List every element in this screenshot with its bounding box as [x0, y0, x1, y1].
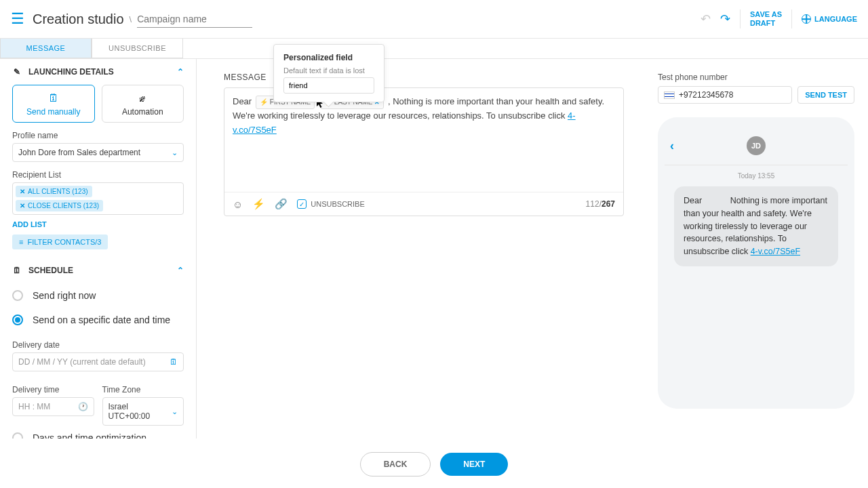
- undo-icon[interactable]: ↶: [701, 12, 711, 26]
- menu-icon[interactable]: ☰: [11, 10, 24, 28]
- bolt-icon: ⚡: [260, 97, 268, 108]
- automation-button[interactable]: ⸙Automation: [102, 85, 184, 123]
- radio-send-now[interactable]: Send right now: [0, 283, 196, 308]
- chevron-down-icon: ⌄: [172, 407, 178, 416]
- recipient-list-label: Recipient List: [12, 170, 184, 180]
- recipient-chips[interactable]: ✕ALL CLIENTS (123) ✕CLOSE CLIENTS (123): [12, 182, 184, 215]
- next-button[interactable]: NEXT: [440, 453, 508, 476]
- timezone-select[interactable]: Israel UTC+00:00⌄: [102, 397, 184, 426]
- tab-unsubscribe[interactable]: UNSUBSCRIBE: [92, 39, 183, 58]
- radio-icon: [12, 290, 23, 301]
- char-counter: 112/267: [586, 199, 615, 209]
- chip-close-clients[interactable]: ✕CLOSE CLIENTS (123): [16, 200, 103, 211]
- delivery-date-input[interactable]: DD / MM / YY (current date default)🗓: [12, 352, 184, 371]
- chevron-down-icon: ⌄: [172, 148, 178, 157]
- clock-icon: 🕐: [78, 402, 88, 411]
- popover-title: Personalized field: [283, 53, 374, 62]
- chip-all-clients[interactable]: ✕ALL CLIENTS (123): [16, 186, 92, 197]
- delivery-time-label: Delivery time: [12, 385, 94, 394]
- app-title: Creation studio: [33, 12, 124, 27]
- chevron-up-icon: ⌃: [177, 266, 184, 275]
- delivery-date-label: Delivery date: [12, 340, 184, 350]
- profile-name-label: Profile name: [12, 131, 184, 140]
- automation-icon: ⸙: [102, 92, 184, 104]
- radio-on-icon: [12, 314, 23, 325]
- campaign-name-input[interactable]: [137, 11, 252, 28]
- popover-sub: Default text if data is lost: [283, 66, 374, 75]
- personalized-field-popover: Personalized field Default text if data …: [273, 44, 384, 102]
- preview-link: 4-v.co/7S5eF: [751, 247, 800, 256]
- delivery-time-input[interactable]: HH : MM🕐: [12, 397, 94, 416]
- calendar-icon: 🗓: [13, 92, 94, 104]
- filter-icon: ≡: [19, 238, 23, 246]
- preview-bubble: Dear Nothing is more important than your…: [674, 186, 838, 266]
- back-icon: ‹: [670, 139, 674, 153]
- unsubscribe-checkbox[interactable]: ✓UNSUBSCRIBE: [297, 199, 364, 209]
- radio-optimize[interactable]: Days and time optimization: [0, 426, 196, 439]
- flag-icon: [664, 92, 675, 99]
- emoji-icon[interactable]: ☺: [233, 199, 243, 210]
- profile-select[interactable]: John Dore from Sales department⌄: [12, 143, 184, 162]
- chevron-up-icon: ⌃: [177, 67, 184, 77]
- calendar-icon: 🗓: [12, 266, 22, 275]
- filter-contacts-button[interactable]: ≡FILTER CONTACTS/3: [12, 235, 108, 249]
- edit-icon: ✎: [12, 67, 22, 77]
- send-test-button[interactable]: SEND TEST: [797, 86, 854, 104]
- checkbox-on-icon: ✓: [297, 199, 307, 209]
- tab-message[interactable]: MESSAGE: [0, 39, 92, 58]
- bolt-icon[interactable]: ⚡: [252, 198, 265, 210]
- timezone-label: Time Zone: [102, 385, 184, 394]
- link-icon[interactable]: 🔗: [275, 198, 288, 210]
- popover-input[interactable]: [283, 77, 374, 94]
- phone-preview: ‹ JD Today 13:55 Dear Nothing is more im…: [658, 117, 854, 409]
- remove-chip-icon[interactable]: ✕: [20, 202, 25, 209]
- save-draft-button[interactable]: SAVE AS DRAFT: [750, 10, 782, 28]
- calendar-icon: 🗓: [170, 357, 178, 367]
- message-editor[interactable]: Personalized field Default text if data …: [224, 87, 624, 216]
- section-schedule[interactable]: 🗓 SCHEDULE ⌃: [0, 258, 196, 283]
- section-launching[interactable]: ✎ LAUNCHING DETAILS ⌃: [0, 59, 196, 85]
- test-phone-label: Test phone number: [658, 73, 854, 82]
- radio-icon: [12, 432, 23, 439]
- add-list-button[interactable]: ADD LIST: [12, 220, 47, 228]
- back-button[interactable]: BACK: [360, 452, 431, 476]
- globe-icon: [802, 14, 811, 24]
- test-phone-input[interactable]: +97212345678: [658, 86, 792, 104]
- remove-chip-icon[interactable]: ✕: [20, 188, 25, 195]
- send-manually-button[interactable]: 🗓Send manually: [12, 85, 95, 123]
- language-button[interactable]: LANGUAGE: [802, 14, 857, 24]
- radio-send-specific[interactable]: Send on a specific date and time: [0, 308, 196, 332]
- preview-date: Today 13:55: [665, 165, 848, 186]
- avatar: JD: [747, 136, 766, 155]
- redo-icon[interactable]: ↷: [720, 12, 730, 26]
